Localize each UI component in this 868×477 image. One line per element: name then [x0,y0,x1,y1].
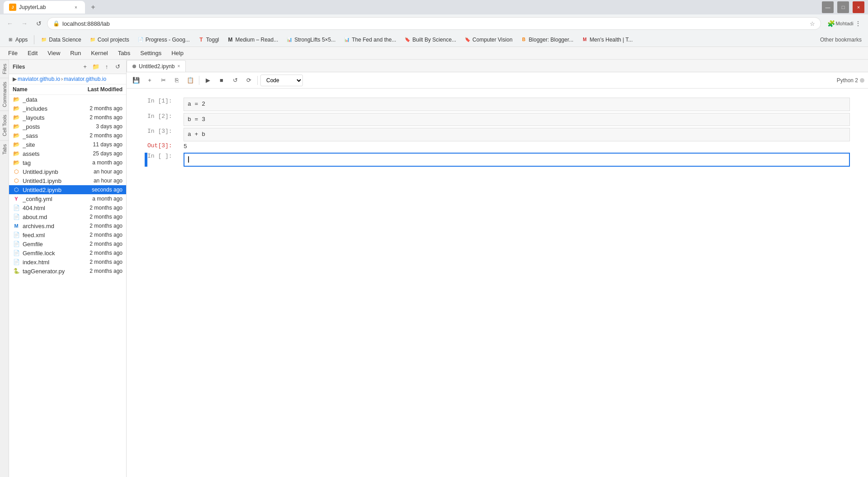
file-item-name: 📄 about.md [13,213,90,220]
menu-button[interactable]: ⋮ [852,17,864,30]
forward-button[interactable]: → [18,17,31,30]
apps-icon: ⊞ [7,37,14,43]
menu-edit[interactable]: Edit [23,48,42,58]
restart-kernel-button[interactable]: ↺ [229,75,241,86]
list-item[interactable]: 📂 _site 11 days ago [9,140,126,149]
close-notebook-tab[interactable]: × [177,64,180,69]
menu-kernel[interactable]: Kernel [86,48,113,58]
bookmark-apps[interactable]: ⊞ Apps [4,36,31,44]
list-item[interactable]: 📂 _data [9,95,126,104]
menu-view[interactable]: View [43,48,65,58]
list-item[interactable]: ⬡ Untitled1.ipynb an hour ago [9,176,126,185]
list-item[interactable]: 📄 404.html 2 months ago [9,203,126,212]
list-item[interactable]: 📄 Gemfile.lock 2 months ago [9,248,126,257]
menu-run[interactable]: Run [66,48,85,58]
bookmark-fed[interactable]: 📊 The Fed and the... [340,36,400,44]
bookmark-cool-projects-label: Cool projects [98,37,129,43]
profile-button[interactable]: Mohtadi [838,17,851,30]
bookmark-cv-label: Computer Vision [472,37,513,43]
cell-output-text: 5 [184,142,187,151]
data-science-icon: 📁 [41,37,47,43]
vert-tab-cell-tools[interactable]: Cell Tools [0,111,9,140]
bookmark-star[interactable]: ☆ [810,20,815,27]
refresh-button[interactable]: ↺ [113,62,123,72]
window-close[interactable]: × [853,1,864,13]
file-name-text: about.md [23,214,47,220]
file-modified-date: 25 days ago [93,150,123,157]
list-item[interactable]: 📄 Gemfile 2 months ago [9,239,126,248]
address-bar[interactable]: 🔒 localhost:8888/lab ☆ [47,17,821,30]
code-cell-input[interactable]: b = 3 [184,113,850,126]
tab-close-button[interactable]: × [72,4,80,11]
window-maximize[interactable]: □ [837,1,849,13]
breadcrumb-root[interactable]: maviator.github.io [18,76,60,82]
list-item[interactable]: M archives.md 2 months ago [9,221,126,230]
file-modified-date: 2 months ago [90,259,123,265]
file-modified-date: 2 months ago [90,223,123,229]
bookmark-medium[interactable]: M Medium – Read... [224,36,282,44]
menu-settings[interactable]: Settings [136,48,166,58]
code-cell-input[interactable]: a + b [184,128,850,141]
menu-tabs[interactable]: Tabs [113,48,135,58]
code-cell-input[interactable]: a = 2 [184,98,850,111]
bookmark-data-science[interactable]: 📁 Data Science [37,36,85,44]
bookmark-progress[interactable]: 📄 Progress - Goog... [134,36,193,44]
list-item[interactable]: ⬡ Untitled2.ipynb seconds ago [9,185,126,194]
folder-icon: 📂 [13,123,20,130]
bookmark-toggl[interactable]: T Toggl [194,36,223,44]
run-cell-button[interactable]: ▶ [202,75,214,86]
new-launcher-button[interactable]: + [80,62,90,72]
bookmark-built-by-science[interactable]: 🔖 Built By Science... [401,36,460,44]
active-code-cell-input[interactable] [184,153,850,167]
list-item[interactable]: 🐍 tagGenerator.py 2 months ago [9,267,126,276]
cut-cell-button[interactable]: ✂ [157,75,169,86]
cool-projects-icon: 📁 [90,37,96,43]
list-item[interactable]: 📄 about.md 2 months ago [9,212,126,221]
list-item[interactable]: 📄 feed.xml 2 months ago [9,230,126,239]
bookmark-toggl-label: Toggl [206,37,219,43]
cell-type-selector[interactable]: Code Markdown Raw [260,75,303,86]
list-item[interactable]: 📂 _layouts 2 months ago [9,113,126,122]
list-item[interactable]: 📂 _sass 2 months ago [9,131,126,140]
list-item[interactable]: 📂 _posts 3 days ago [9,122,126,131]
blogger-icon: B [521,37,527,43]
stop-kernel-button[interactable]: ■ [216,75,227,86]
bookmark-mens-health[interactable]: M Men's Health | T... [578,36,636,44]
vert-tab-commands[interactable]: Commands [0,78,9,111]
bookmark-stronglifts[interactable]: 📊 StrongLifts 5×5... [283,36,339,44]
list-item[interactable]: 📂 tag a month ago [9,158,126,167]
new-folder-button[interactable]: 📁 [91,62,101,72]
bookmark-computer-vision[interactable]: 🔖 Computer Vision [461,36,516,44]
notebook-tab[interactable]: Untitled2.ipynb × [127,60,186,72]
copy-cell-button[interactable]: ⎘ [171,75,183,86]
save-button[interactable]: 💾 [130,75,142,86]
file-item-name: 📄 Gemfile [13,240,90,248]
restart-run-all-button[interactable]: ⟳ [243,75,255,86]
breadcrumb-child[interactable]: maviator.github.io [64,76,106,82]
upload-button[interactable]: ↑ [102,62,112,72]
menu-help[interactable]: Help [167,48,188,58]
back-button[interactable]: ← [4,17,16,30]
cursor-caret [188,156,189,163]
toolbar-separator-2 [257,76,258,85]
list-item[interactable]: Y _config.yml a month ago [9,194,126,203]
new-tab-button[interactable]: + [87,1,99,14]
vert-tab-tabs[interactable]: Tabs [0,140,9,158]
vert-tab-files[interactable]: Files [0,60,9,78]
file-item-name: 🐍 tagGenerator.py [13,267,90,275]
window-minimize[interactable]: — [822,1,834,13]
bookmark-cool-projects[interactable]: 📁 Cool projects [86,36,133,44]
folder-icon: 📂 [13,141,20,148]
reload-button[interactable]: ↺ [33,17,45,30]
list-item[interactable]: 📂 assets 25 days ago [9,149,126,158]
menu-file[interactable]: File [4,48,22,58]
bookmark-blogger[interactable]: B Blogger: Blogger... [517,36,577,44]
paste-cell-button[interactable]: 📋 [184,75,196,86]
list-item[interactable]: 📄 index.html 2 months ago [9,257,126,267]
more-bookmarks-button[interactable]: Other bookmarks [817,36,864,44]
add-cell-button[interactable]: + [144,75,156,86]
list-item[interactable]: 📂 _includes 2 months ago [9,104,126,113]
list-item[interactable]: ⬡ Untitled.ipynb an hour ago [9,167,126,176]
cell-wrapper: In [2]: b = 3 [147,113,850,126]
browser-tab[interactable]: J JupyterLab × [4,1,85,14]
